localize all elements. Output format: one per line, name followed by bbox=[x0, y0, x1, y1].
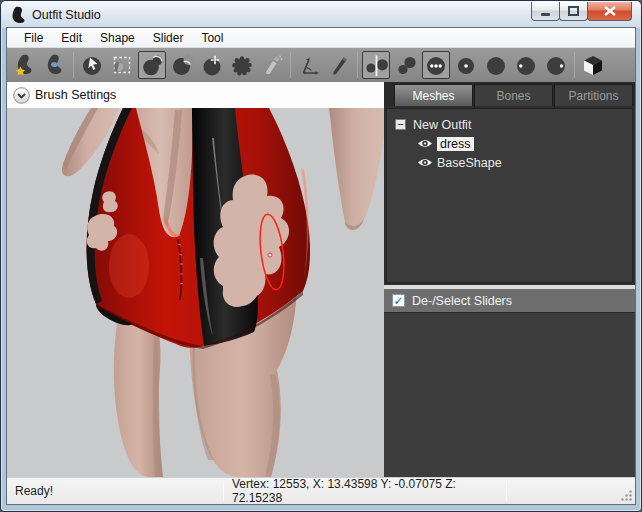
inflate-brush-icon bbox=[140, 53, 164, 77]
app-icon bbox=[10, 6, 25, 24]
pivot-tool-icon bbox=[327, 53, 351, 77]
tree-root-label: New Outfit bbox=[413, 118, 471, 132]
menu-shape[interactable]: Shape bbox=[91, 29, 144, 47]
weight-brush-icon bbox=[260, 53, 284, 77]
tree-item-dress[interactable]: dress bbox=[395, 134, 632, 153]
inflate-brush-button[interactable] bbox=[138, 51, 166, 79]
status-vertex-info: Vertex: 12553, X: 13.43598 Y: -0.07075 Z… bbox=[232, 477, 498, 505]
title-bar[interactable]: Outfit Studio bbox=[1, 1, 641, 28]
status-ready: Ready! bbox=[15, 484, 53, 498]
resize-grip[interactable] bbox=[620, 489, 633, 502]
brush-preset-right-dot-icon bbox=[544, 53, 568, 77]
load-reference-icon bbox=[43, 53, 67, 77]
minimize-icon bbox=[540, 7, 551, 16]
brush-settings-label: Brush Settings bbox=[35, 88, 116, 102]
close-icon bbox=[604, 6, 616, 16]
mask-brush-icon bbox=[110, 53, 134, 77]
dress-mesh bbox=[87, 108, 310, 349]
window-title: Outfit Studio bbox=[32, 8, 101, 22]
brush-preset-center-dot-button[interactable] bbox=[452, 51, 480, 79]
tree-item-label[interactable]: BaseShape bbox=[437, 156, 502, 170]
select-sliders-label[interactable]: De-/Select Sliders bbox=[412, 294, 512, 308]
mesh-tree[interactable]: − New Outfit dress BaseShape bbox=[386, 108, 633, 283]
brush-preset-solid-icon bbox=[484, 53, 508, 77]
close-button[interactable] bbox=[587, 2, 632, 21]
chevron-down-icon bbox=[13, 87, 30, 104]
load-reference-button[interactable] bbox=[41, 51, 69, 79]
x-mirror-button[interactable] bbox=[362, 51, 390, 79]
deflate-brush-icon bbox=[170, 53, 194, 77]
connected-only-button[interactable] bbox=[392, 51, 420, 79]
menu-slider[interactable]: Slider bbox=[144, 29, 193, 47]
viewport-column: Brush Settings bbox=[7, 82, 384, 477]
global-brush-button[interactable] bbox=[422, 51, 450, 79]
tree-item-label[interactable]: dress bbox=[437, 137, 474, 151]
smooth-brush-button[interactable] bbox=[228, 51, 256, 79]
move-brush-button[interactable] bbox=[198, 51, 226, 79]
new-project-icon bbox=[13, 53, 37, 77]
connected-only-icon bbox=[394, 53, 418, 77]
toolbar-separator bbox=[357, 52, 358, 78]
mesh-tree-wrap: − New Outfit dress BaseShape bbox=[384, 106, 635, 285]
menu-file[interactable]: File bbox=[15, 29, 52, 47]
global-brush-icon bbox=[424, 53, 448, 77]
pivot-tool-button[interactable] bbox=[325, 51, 353, 79]
slider-select-header: ✓ De-/Select Sliders bbox=[384, 289, 635, 312]
perspective-toggle-button[interactable] bbox=[579, 51, 607, 79]
transform-tool-icon bbox=[297, 53, 321, 77]
deflate-brush-button[interactable] bbox=[168, 51, 196, 79]
new-project-button[interactable] bbox=[11, 51, 39, 79]
tab-meshes[interactable]: Meshes bbox=[394, 84, 473, 106]
collapse-icon[interactable]: − bbox=[395, 119, 406, 130]
move-brush-icon bbox=[200, 53, 224, 77]
panel-tabs: Meshes Bones Partitions bbox=[384, 82, 635, 106]
toolbar-separator bbox=[290, 52, 291, 78]
viewport-3d[interactable] bbox=[7, 108, 384, 477]
tab-bones[interactable]: Bones bbox=[474, 84, 553, 106]
minimize-button[interactable] bbox=[531, 2, 560, 21]
brush-preset-left-dot-icon bbox=[514, 53, 538, 77]
eye-icon[interactable] bbox=[417, 157, 433, 168]
maximize-icon bbox=[568, 6, 579, 16]
brush-preset-solid-button[interactable] bbox=[482, 51, 510, 79]
brush-preset-right-dot-button[interactable] bbox=[542, 51, 570, 79]
tree-root-row[interactable]: − New Outfit bbox=[395, 115, 632, 134]
brush-preset-left-dot-button[interactable] bbox=[512, 51, 540, 79]
maximize-button[interactable] bbox=[559, 2, 588, 21]
status-separator bbox=[506, 481, 507, 501]
smooth-brush-icon bbox=[230, 53, 254, 77]
status-bar: Ready! Vertex: 12553, X: 13.43598 Y: -0.… bbox=[7, 477, 635, 504]
transform-tool-button[interactable] bbox=[295, 51, 323, 79]
eye-icon[interactable] bbox=[417, 138, 433, 149]
menu-bar: File Edit Shape Slider Tool bbox=[7, 28, 635, 48]
weight-brush-button[interactable] bbox=[258, 51, 286, 79]
brush-preset-center-dot-icon bbox=[454, 53, 478, 77]
select-tool-button[interactable] bbox=[78, 51, 106, 79]
mask-brush-button[interactable] bbox=[108, 51, 136, 79]
toolbar bbox=[7, 48, 635, 82]
toolbar-separator bbox=[574, 52, 575, 78]
tree-item-baseshape[interactable]: BaseShape bbox=[395, 153, 632, 172]
select-tool-icon bbox=[80, 53, 104, 77]
right-panel: Meshes Bones Partitions − New Outfit dre… bbox=[384, 82, 635, 477]
menu-edit[interactable]: Edit bbox=[52, 29, 91, 47]
sliders-panel[interactable] bbox=[384, 312, 635, 477]
menu-tool[interactable]: Tool bbox=[192, 29, 232, 47]
outfit-studio-window: Outfit Studio File Edit Shape Slider Too… bbox=[0, 0, 642, 512]
tab-partitions[interactable]: Partitions bbox=[554, 84, 633, 106]
toolbar-separator bbox=[73, 52, 74, 78]
perspective-toggle-icon bbox=[581, 53, 605, 77]
select-sliders-checkbox[interactable]: ✓ bbox=[392, 294, 405, 307]
brush-settings-header[interactable]: Brush Settings bbox=[7, 82, 384, 108]
x-mirror-icon bbox=[364, 53, 388, 77]
